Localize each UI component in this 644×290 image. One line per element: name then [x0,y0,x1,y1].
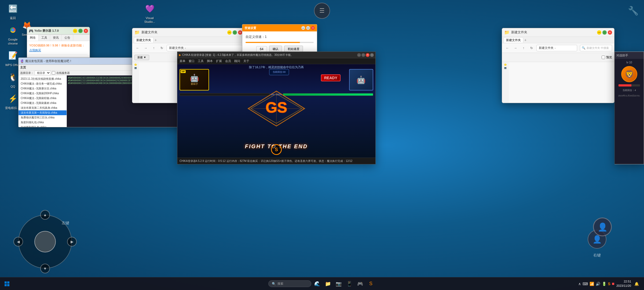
explorer1-up-btn[interactable]: ↑ [151,45,157,51]
explorer1-tab[interactable]: 新建文件夹 [134,37,153,43]
magic-tab-main[interactable]: 主页 [20,66,26,70]
magic-file-item-selected[interactable]: 淡沧布莱克第一关闯智信.chika [19,110,67,115]
joystick-inner[interactable] [34,231,56,252]
game-viewport: 除了16,17年，精灵的技能命中往往为乃再 VIP 🤖 寒铒子 当前回合:00 … [177,64,375,158]
chika-menu-item-extend[interactable]: 扩展 [216,59,222,63]
speed-min-btn[interactable]: — [301,26,305,30]
tray-volume-icon[interactable]: 🔊 [596,282,600,286]
tray-wifi-icon[interactable]: 📶 [590,282,594,286]
explorer1-min-btn[interactable]: — [227,30,232,35]
taskbar-explorer-icon[interactable]: 📁 [323,279,333,289]
explorer2-sidebar: ⭐ 💻 [502,62,508,103]
magic-file-item[interactable]: 免签到领礼包.chika [19,120,67,125]
explorer1-back-btn[interactable]: ← [134,45,141,51]
explorer1-folder-item[interactable]: 📁 新建文件夹 [141,64,160,66]
taskbar-tiktok-icon[interactable]: 📱 [345,279,354,289]
yoso-minimize-btn[interactable]: — [73,29,77,33]
explorer2-close-btn[interactable]: ✕ [608,30,612,35]
speed-slider[interactable] [246,42,314,43]
magic-file-item[interactable]: CHIKA魔法 -无限刷经验.chika [19,96,67,101]
explorer2-forward-btn[interactable]: → [512,45,519,51]
desktop-icon-return[interactable]: 🔙 返回 [2,2,24,20]
explorer1-address-bar[interactable]: 新建文件夹 › [167,45,242,51]
magic-file-item[interactable]: 自动签到领礼包.chika [19,125,67,127]
joystick-left-btn[interactable]: ◀ [13,237,23,247]
speed-label-row: 自定义倍速：1 [246,35,314,39]
yoso-maximize-btn[interactable]: □ [78,29,83,33]
user-avatar-circle[interactable]: 👤 [593,218,612,236]
hamburger-menu-btn[interactable]: ☰ [314,3,330,19]
magic-file-item[interactable]: CHIKA魔法 -无限刷素材.chika [19,101,67,106]
explorer2-back-btn[interactable]: ← [504,45,511,51]
magic-file-item[interactable]: 2023.11.3主线支线剧情直播.chika [19,77,67,81]
taskbar-game-icon[interactable]: 🎮 [355,279,365,289]
explorer2-address-bar[interactable]: 新建文件夹 › [536,45,577,51]
chika-max-btn[interactable]: □ [361,53,365,57]
settings-wrench-btn[interactable]: 🔧 [625,3,641,19]
game-left-char-icon: 🤖 [190,74,199,82]
explorer1-refresh-btn[interactable]: ↻ [159,45,165,51]
taskbar-notification-btn[interactable]: 🔔 [633,281,640,287]
magic-file-item[interactable]: CHIKA魔法 -老任务一键完成.chika [19,81,67,86]
yoso-close-btn[interactable]: ✕ [84,29,88,33]
magic-dir-select[interactable]: 根目录 [35,71,51,75]
explorer2-preview-check[interactable] [602,56,605,59]
game-round-display: 当前回合:00 [269,69,289,75]
explorer2-newtab-btn[interactable]: + [524,38,526,42]
chika-menu-item-advisor[interactable]: 顾问 [234,59,240,63]
explorer1-newtab-btn[interactable]: + [155,38,157,42]
explorer1-max-btn[interactable]: □ [233,30,237,35]
tray-battery-icon[interactable]: 🔋 [602,282,606,286]
tray-keyboard-icon[interactable]: ⌨ [583,282,588,286]
joystick-up-btn[interactable]: ▲ [40,210,50,220]
chika-menu-item-menu[interactable]: 菜单 [180,59,185,63]
chika-menu-item-tools[interactable]: 工具 [198,59,204,63]
chika-min-btn[interactable]: — [357,53,361,57]
explorer1-close-btn[interactable]: ✕ [238,30,242,35]
chika-menu-item-vip[interactable]: 会员 [225,59,231,63]
speed-value-input[interactable] [256,46,267,52]
yoso-buy-link[interactable]: 点我购买 [29,49,41,52]
explorer2-search-bar[interactable]: 🔍 新建文件夹 中搜索 [580,45,612,51]
explorer2-max-btn[interactable]: □ [602,30,607,35]
explorer2-up-btn[interactable]: ↑ [520,45,527,51]
speed-max-btn[interactable]: □ [306,26,310,30]
explorer2-refresh-btn[interactable]: ↻ [528,45,535,51]
explorer1-forward-btn[interactable]: → [142,45,149,51]
tray-s-icon[interactable]: S [608,282,610,286]
explorer1-controls: — □ ✕ [227,30,242,35]
tray-area: ∧ ⌨ 📶 🔊 🔋 S [578,282,614,286]
magic-online-checkbox[interactable] [52,71,55,75]
taskbar-right: ∧ ⌨ 📶 🔊 🔋 S 22:51 2023/11/20 🔔 [578,280,644,288]
explorer2-tab[interactable]: 新建文件夹 [504,37,523,43]
taskbar-s-icon[interactable]: S [366,279,376,289]
yoso-tab-notice[interactable]: 公告 [62,35,73,41]
explorer2-min-btn[interactable]: — [597,30,601,35]
yoso-tab-network[interactable]: 网络 [27,35,39,41]
taskbar-start-btn[interactable] [2,279,12,289]
magic-file-item[interactable]: 淡沧布莱克第二关找真身.chika [19,106,67,110]
chika-titlebar: ▶ CHIKA 轻游登录器 [变速: 1] - 4.2.5版本来了，丰富多样的插… [177,52,375,58]
joystick-right-btn[interactable]: ▶ [67,237,77,247]
magic-file-item[interactable]: CHIKA魔法 -无限赛尔豆.chika [19,86,67,91]
yoso-tab-news[interactable]: 资讯 [50,35,62,41]
yoso-tab-tools[interactable]: 工具 [39,35,50,41]
chika-extra-btn[interactable]: × [370,53,374,57]
vs-icon-area: 💜 VisualStudio... [137,0,163,29]
speed-close-btn[interactable]: ✕ [311,26,315,30]
taskbar-edge-icon[interactable]: 🌊 [312,279,322,289]
chika-close-btn[interactable]: ✕ [366,53,369,57]
magic-file-item[interactable]: 免费领伏魔空间三巨头.chika [19,115,67,120]
taskbar-screenshot-icon[interactable]: 📷 [334,279,343,289]
joystick-down-btn[interactable]: ▼ [40,264,50,273]
tray-arrow-icon[interactable]: ∧ [578,282,581,286]
chika-menu-item-script[interactable]: 脚本 [207,59,213,63]
magic-file-item[interactable]: CHIKA魔法 -无限刷200HP.chika [19,91,67,96]
left-key-area: 左键 [62,221,69,226]
chika-menu-item-window[interactable]: 窗口 [189,59,195,63]
taskbar-search[interactable]: 🔍 搜索 [268,280,311,287]
chika-menu-item-about[interactable]: 关于 [243,59,249,63]
taskbar-clock[interactable]: 22:51 2023/11/20 [616,280,631,288]
explorer1-new-btn[interactable]: 新建 ▼ [134,55,149,60]
desktop-icon-vstudio[interactable]: 💜 VisualStudio... [139,2,160,24]
